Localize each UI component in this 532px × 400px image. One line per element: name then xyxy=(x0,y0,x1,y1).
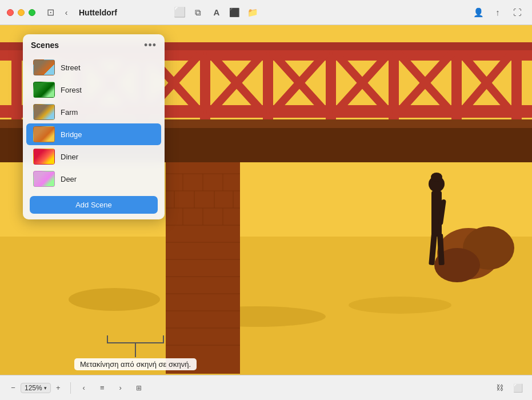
text-tool-button[interactable]: A xyxy=(209,5,225,21)
zoom-value-selector[interactable]: 125% ▾ xyxy=(21,383,51,393)
zoom-percent: 125% xyxy=(25,384,42,392)
titlebar: ⊡ ‹ Hutteldorf ⬜ ⧉ A ⬛ 📁 👤 ↑ ⛶ xyxy=(0,0,532,25)
scene-name-street: Street xyxy=(61,63,81,72)
center-toolbar: ⬜ ⧉ A ⬛ 📁 xyxy=(172,5,261,21)
nav-back-button[interactable]: ‹ xyxy=(58,5,74,21)
tooltip-bracket xyxy=(107,335,164,343)
svg-point-2 xyxy=(69,288,160,311)
next-scene-button[interactable]: › xyxy=(113,381,128,395)
traffic-lights xyxy=(7,9,35,16)
zoom-chevron-icon: ▾ xyxy=(44,385,47,391)
view-tool-button[interactable]: ⬜ xyxy=(172,5,188,21)
scene-item-deer[interactable]: Deer xyxy=(26,168,161,190)
scene-thumb-deer xyxy=(33,171,55,187)
present-button[interactable]: ⊞ xyxy=(131,381,146,395)
bottombar: − 125% ▾ + ‹ ≡ › ⊞ ⛓ ⬜ xyxy=(0,375,532,400)
scene-name-diner: Diner xyxy=(61,153,78,161)
scenes-panel: Scenes ••• Street Forest Farm Bridge Din… xyxy=(23,34,165,219)
scene-item-bridge[interactable]: Bridge xyxy=(26,123,161,145)
tooltip-line xyxy=(135,343,136,357)
scene-item-forest[interactable]: Forest xyxy=(26,79,161,101)
right-toolbar: 👤 ↑ ⛶ xyxy=(470,5,525,21)
sidebar-toggle-button[interactable]: ⊡ xyxy=(42,5,58,21)
separator-1 xyxy=(70,382,71,394)
minimize-button[interactable] xyxy=(18,9,25,16)
scene-item-street[interactable]: Street xyxy=(26,57,161,78)
scene-thumb-farm xyxy=(33,104,55,120)
zoom-out-button[interactable]: − xyxy=(7,382,19,394)
share-icon[interactable]: ↑ xyxy=(490,5,506,21)
scenes-list: Street Forest Farm Bridge Diner Deer xyxy=(23,55,165,191)
document-title: Hutteldorf xyxy=(79,8,117,17)
scene-name-farm: Farm xyxy=(61,108,78,117)
maximize-button[interactable] xyxy=(29,9,35,16)
tooltip-text: Μετακίνηση από σκηνή σε σκηνή. xyxy=(74,358,197,370)
svg-point-4 xyxy=(349,297,451,314)
close-button[interactable] xyxy=(7,9,14,16)
sidebar-right-icon[interactable]: ⬜ xyxy=(510,381,525,395)
scenes-panel-header: Scenes ••• xyxy=(23,34,165,55)
scenes-more-button[interactable]: ••• xyxy=(144,40,157,50)
prev-scene-button[interactable]: ‹ xyxy=(77,381,91,395)
link-icon[interactable]: ⛓ xyxy=(492,381,507,395)
collab-icon[interactable]: 👤 xyxy=(470,5,486,21)
scene-item-diner[interactable]: Diner xyxy=(26,146,161,167)
scenes-panel-title: Scenes xyxy=(31,41,59,50)
scene-item-farm[interactable]: Farm xyxy=(26,101,161,123)
bottombar-right: ⛓ ⬜ xyxy=(492,381,525,395)
scene-list-button[interactable]: ≡ xyxy=(95,381,110,395)
scene-name-forest: Forest xyxy=(61,86,82,94)
image-tool-button[interactable]: ⬛ xyxy=(227,5,243,21)
scene-name-bridge: Bridge xyxy=(61,130,82,139)
scene-thumb-diner xyxy=(33,149,55,165)
zoom-in-button[interactable]: + xyxy=(52,382,65,394)
fullscreen-icon[interactable]: ⛶ xyxy=(509,5,525,21)
scene-name-deer: Deer xyxy=(61,175,77,183)
zoom-controls: − 125% ▾ + xyxy=(7,382,65,394)
scene-thumb-bridge xyxy=(33,126,55,142)
scene-thumb-street xyxy=(33,59,55,75)
folder-tool-button[interactable]: 📁 xyxy=(245,5,261,21)
tooltip-area: Μετακίνηση από σκηνή σε σκηνή. xyxy=(74,335,197,370)
scene-thumb-forest xyxy=(33,82,55,98)
svg-point-62 xyxy=(431,173,442,182)
duplicate-tool-button[interactable]: ⧉ xyxy=(190,5,206,21)
add-scene-button[interactable]: Add Scene xyxy=(30,196,158,214)
